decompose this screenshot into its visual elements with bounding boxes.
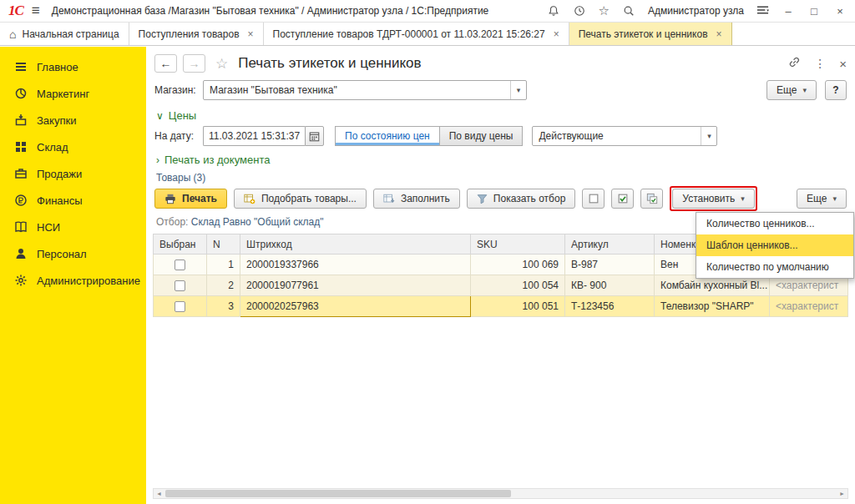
check-all-button[interactable] bbox=[611, 189, 634, 209]
menu-item-price-tag-quantity[interactable]: Количество ценников... bbox=[696, 213, 853, 234]
col-header-barcode[interactable]: Штрихкод bbox=[240, 234, 471, 255]
show-filter-button[interactable]: Показать отбор bbox=[467, 189, 575, 209]
chevron-down-icon: ∨ bbox=[156, 110, 164, 122]
cell-checked[interactable] bbox=[154, 275, 207, 296]
price-kind-select[interactable]: Действующие ▾ bbox=[532, 126, 717, 146]
tab-print-labels[interactable]: Печать этикеток и ценников × bbox=[569, 23, 732, 45]
store-select[interactable]: Магазин "Бытовая техника" ▾ bbox=[203, 80, 527, 100]
user-menu[interactable]: Администратор узла bbox=[648, 5, 744, 17]
cell-article[interactable]: Т-123456 bbox=[565, 296, 655, 317]
cell-sku[interactable]: 100 069 bbox=[471, 255, 565, 275]
app-body: Главное Маркетинг Закупки Склад Продажи … bbox=[0, 47, 855, 504]
cell-n[interactable]: 3 bbox=[207, 296, 240, 317]
person-icon bbox=[14, 247, 28, 260]
pick-goods-button[interactable]: Подобрать товары... bbox=[234, 189, 367, 209]
cell-n[interactable]: 2 bbox=[207, 275, 240, 296]
scroll-left-icon[interactable]: ◄ bbox=[154, 489, 164, 498]
incoming-box-icon bbox=[14, 113, 28, 127]
cell-article[interactable]: КВ- 900 bbox=[565, 275, 655, 296]
checked-checkbox-icon bbox=[617, 193, 629, 204]
fill-button[interactable]: Заполнить bbox=[373, 189, 460, 209]
favorites-star-icon[interactable]: ☆ bbox=[599, 3, 610, 18]
cell-characteristic[interactable]: <характерист bbox=[770, 296, 848, 317]
sidebar-item-finance[interactable]: Финансы bbox=[0, 187, 146, 214]
scrollbar-thumb[interactable] bbox=[165, 490, 511, 497]
cell-checked[interactable] bbox=[154, 296, 207, 317]
tab-close-icon[interactable]: × bbox=[554, 28, 559, 40]
uncheck-all-button[interactable] bbox=[582, 189, 605, 209]
cell-sku[interactable]: 100 051 bbox=[471, 296, 565, 317]
row-checkbox[interactable] bbox=[175, 260, 185, 270]
cell-sku[interactable]: 100 054 bbox=[471, 275, 565, 296]
toggle-by-price-kind[interactable]: По виду цены bbox=[440, 126, 524, 146]
table-row-3-selected[interactable]: 3 2000020257963 100 051 Т-123456 Телевиз… bbox=[154, 296, 848, 317]
cell-n[interactable]: 1 bbox=[207, 255, 240, 275]
chevron-down-icon[interactable]: ▾ bbox=[510, 81, 526, 99]
set-button[interactable]: Установить ▾ bbox=[672, 189, 755, 209]
favorite-star-icon[interactable]: ☆ bbox=[215, 55, 228, 73]
date-input[interactable]: 11.03.2021 15:31:37 bbox=[203, 126, 305, 146]
help-button[interactable]: ? bbox=[825, 80, 847, 100]
sidebar-item-marketing[interactable]: Маркетинг bbox=[0, 80, 146, 107]
more-button-toolbar[interactable]: Еще ▾ bbox=[797, 189, 847, 209]
back-button[interactable]: ← bbox=[154, 54, 177, 73]
sidebar-item-label: Закупки bbox=[37, 114, 76, 127]
sidebar-item-sales[interactable]: Продажи bbox=[0, 160, 146, 187]
row-checkbox[interactable] bbox=[175, 301, 185, 312]
close-form-icon[interactable]: × bbox=[839, 57, 847, 71]
history-clock-icon[interactable] bbox=[573, 4, 586, 18]
tab-close-icon[interactable]: × bbox=[248, 28, 254, 40]
calendar-icon[interactable] bbox=[305, 126, 324, 146]
sidebar-item-purchases[interactable]: Закупки bbox=[0, 107, 146, 134]
close-window-button[interactable]: × bbox=[833, 5, 847, 18]
more-button-top[interactable]: Еще ▾ bbox=[766, 80, 817, 100]
row-checkbox[interactable] bbox=[175, 280, 185, 291]
cell-barcode[interactable]: 2000019077961 bbox=[240, 275, 471, 296]
maximize-button[interactable]: □ bbox=[807, 5, 821, 18]
section-prices-label: Цены bbox=[169, 109, 196, 122]
scroll-right-icon[interactable]: ► bbox=[837, 489, 847, 498]
col-header-n[interactable]: N bbox=[207, 234, 240, 255]
section-prices[interactable]: ∨ Цены bbox=[156, 109, 196, 122]
chevron-down-icon[interactable]: ▾ bbox=[701, 127, 716, 145]
pick-goods-icon bbox=[244, 194, 255, 204]
search-icon[interactable] bbox=[622, 4, 635, 18]
service-menu-icon[interactable] bbox=[756, 4, 769, 18]
sidebar-item-nsi[interactable]: НСИ bbox=[0, 214, 146, 240]
sidebar-item-warehouse[interactable]: Склад bbox=[0, 134, 146, 160]
chevron-down-icon: ▾ bbox=[741, 194, 745, 203]
col-header-article[interactable]: Артикул bbox=[565, 234, 655, 255]
toggle-by-price-state[interactable]: По состоянию цен bbox=[335, 126, 440, 146]
notifications-bell-icon[interactable] bbox=[547, 4, 560, 18]
col-header-checked[interactable]: Выбран bbox=[154, 234, 207, 255]
tab-close-icon[interactable]: × bbox=[716, 28, 722, 40]
chevron-down-icon: ▾ bbox=[832, 194, 837, 203]
tab-home[interactable]: ⌂ Начальная страница bbox=[0, 23, 129, 45]
sidebar-item-main[interactable]: Главное bbox=[0, 53, 146, 80]
forward-button[interactable]: → bbox=[183, 54, 205, 73]
tab-label: Поступления товаров bbox=[139, 28, 240, 40]
cell-nomenclature[interactable]: Телевизор "SHARP" bbox=[655, 296, 770, 317]
section-print-from-document[interactable]: › Печать из документа bbox=[156, 154, 270, 166]
menu-item-price-tag-template[interactable]: Шаблон ценников... bbox=[696, 234, 853, 256]
minimize-button[interactable]: – bbox=[782, 5, 795, 18]
print-button[interactable]: Печать bbox=[154, 189, 227, 209]
main-menu-icon[interactable]: ≡ bbox=[32, 3, 40, 19]
get-link-icon[interactable] bbox=[788, 56, 801, 71]
col-header-sku[interactable]: SKU bbox=[471, 234, 565, 255]
cell-barcode[interactable]: 2000019337966 bbox=[240, 255, 471, 275]
invert-selection-icon bbox=[646, 193, 658, 204]
cell-checked[interactable] bbox=[154, 255, 207, 275]
tab-receipts-list[interactable]: Поступления товаров × bbox=[129, 23, 264, 45]
tab-label: Печать этикеток и ценников bbox=[579, 28, 708, 40]
menu-item-default-quantity[interactable]: Количество по умолчанию bbox=[696, 256, 853, 278]
sidebar-item-personnel[interactable]: Персонал bbox=[0, 240, 146, 267]
tab-receipt-document[interactable]: Поступление товаров ТДРТ-000001 от 11.03… bbox=[264, 23, 569, 45]
sidebar-item-administration[interactable]: Администрирование bbox=[0, 267, 146, 294]
form-header: ← → ☆ Печать этикеток и ценников ⋮ × bbox=[154, 52, 847, 75]
more-actions-kebab-icon[interactable]: ⋮ bbox=[814, 57, 826, 70]
invert-check-button[interactable] bbox=[640, 189, 663, 209]
cell-barcode-focused[interactable]: 2000020257963 bbox=[240, 296, 471, 317]
cell-article[interactable]: В-987 bbox=[565, 255, 655, 275]
horizontal-scrollbar[interactable]: ◄ ► bbox=[153, 488, 848, 499]
